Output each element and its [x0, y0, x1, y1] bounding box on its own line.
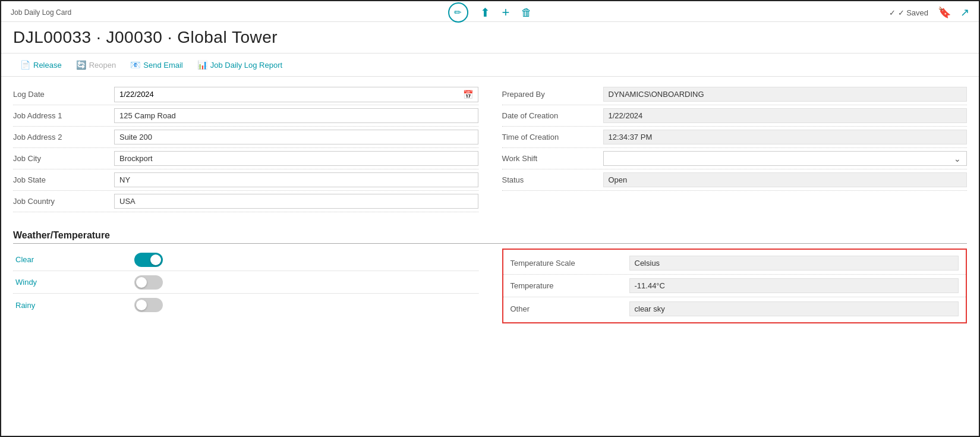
rainy-toggle[interactable]: [134, 298, 163, 312]
weather-section: Weather/Temperature Clear Windy: [1, 216, 979, 331]
job-state-input[interactable]: [114, 172, 478, 187]
temperature-scale-label: Temperature Scale: [511, 259, 629, 268]
windy-row: Windy: [13, 271, 478, 294]
time-of-creation-label: Time of Creation: [502, 133, 603, 142]
job-address-1-input[interactable]: [114, 108, 478, 123]
send-email-icon: 📧: [130, 60, 140, 70]
delete-icon[interactable]: 🗑: [521, 7, 532, 19]
release-button[interactable]: 📄 Release: [13, 57, 69, 73]
job-daily-log-report-button[interactable]: 📊 Job Daily Log Report: [190, 57, 289, 73]
work-shift-select[interactable]: [603, 151, 968, 166]
job-country-input[interactable]: [114, 194, 478, 209]
open-external-icon[interactable]: ↗: [960, 6, 969, 19]
log-date-input[interactable]: [115, 87, 458, 101]
checkmark-icon: ✓: [889, 8, 896, 17]
work-shift-label: Work Shift: [502, 154, 603, 163]
temperature-input: [629, 278, 959, 293]
top-bar: Job Daily Log Card ✏ ⬆ + 🗑 ✓ ✓ Saved 🔖 ↗: [1, 1, 979, 22]
time-of-creation-input: [603, 130, 968, 144]
weather-right-column: Temperature Scale Temperature Other: [502, 249, 968, 323]
log-date-row: Log Date 📅: [13, 84, 478, 105]
app-title: Job Daily Log Card: [11, 8, 71, 17]
page-title: DJL00033 · J00030 · Global Tower: [1, 22, 979, 53]
prepared-by-label: Prepared By: [502, 90, 603, 99]
release-icon: 📄: [20, 60, 30, 70]
temperature-row: Temperature: [503, 275, 966, 297]
weather-grid: Clear Windy Rainy: [13, 249, 967, 323]
clear-row: Clear: [13, 249, 478, 271]
windy-toggle[interactable]: [134, 275, 163, 290]
date-of-creation-row: Date of Creation: [502, 105, 968, 127]
bookmark-icon[interactable]: 🔖: [938, 6, 951, 19]
status-input: [603, 172, 968, 187]
log-date-input-wrapper: 📅: [114, 87, 478, 102]
report-icon: 📊: [197, 60, 207, 70]
add-icon[interactable]: +: [502, 5, 510, 20]
job-address-2-input[interactable]: [114, 130, 478, 144]
temperature-scale-row: Temperature Scale: [503, 252, 966, 275]
date-of-creation-label: Date of Creation: [502, 111, 603, 120]
job-country-row: Job Country: [13, 191, 478, 212]
saved-status: ✓ ✓ Saved: [889, 8, 928, 17]
windy-label: Windy: [15, 278, 134, 287]
toolbar-icons: ✏ ⬆ + 🗑: [448, 2, 532, 23]
main-form: Log Date 📅 Job Address 1 Job Address 2: [1, 77, 979, 216]
temperature-scale-input: [629, 256, 959, 271]
reopen-button[interactable]: 🔄 Reopen: [69, 57, 124, 73]
calendar-icon[interactable]: 📅: [458, 87, 478, 102]
prepared-by-input: [603, 87, 968, 102]
clear-toggle[interactable]: [134, 253, 163, 267]
status-row: Status: [502, 169, 968, 191]
job-address-2-row: Job Address 2: [13, 127, 478, 148]
time-of-creation-row: Time of Creation: [502, 127, 968, 148]
edit-icon[interactable]: ✏: [448, 2, 468, 23]
job-state-row: Job State: [13, 169, 478, 191]
temperature-label: Temperature: [511, 281, 629, 290]
clear-label: Clear: [15, 255, 134, 264]
weather-left-column: Clear Windy Rainy: [13, 249, 478, 323]
rainy-row: Rainy: [13, 294, 478, 316]
other-input: [629, 301, 959, 316]
job-country-label: Job Country: [13, 197, 114, 206]
work-shift-row: Work Shift: [502, 148, 968, 169]
job-city-row: Job City: [13, 148, 478, 169]
form-left-column: Log Date 📅 Job Address 1 Job Address 2: [13, 84, 478, 212]
job-state-label: Job State: [13, 175, 114, 184]
action-bar: 📄 Release 🔄 Reopen 📧 Send Email 📊 Job Da…: [1, 53, 979, 77]
top-bar-right: ✓ ✓ Saved 🔖 ↗: [889, 6, 969, 19]
date-of-creation-input: [603, 108, 968, 123]
status-label: Status: [502, 175, 603, 184]
other-label: Other: [511, 304, 629, 313]
log-date-label: Log Date: [13, 90, 114, 99]
prepared-by-row: Prepared By: [502, 84, 968, 105]
job-address-1-row: Job Address 1: [13, 105, 478, 127]
job-city-label: Job City: [13, 154, 114, 163]
weather-section-title: Weather/Temperature: [13, 230, 967, 244]
other-row: Other: [503, 297, 966, 320]
job-city-input[interactable]: [114, 151, 478, 166]
send-email-button[interactable]: 📧 Send Email: [123, 57, 190, 73]
job-address-1-label: Job Address 1: [13, 111, 114, 120]
form-grid: Log Date 📅 Job Address 1 Job Address 2: [13, 84, 967, 212]
form-right-column: Prepared By Date of Creation Time of Cre…: [502, 84, 968, 212]
log-date-value: 📅: [114, 87, 478, 102]
rainy-label: Rainy: [15, 301, 134, 310]
reopen-icon: 🔄: [76, 60, 86, 70]
share-icon[interactable]: ⬆: [480, 5, 490, 20]
job-address-2-label: Job Address 2: [13, 133, 114, 142]
